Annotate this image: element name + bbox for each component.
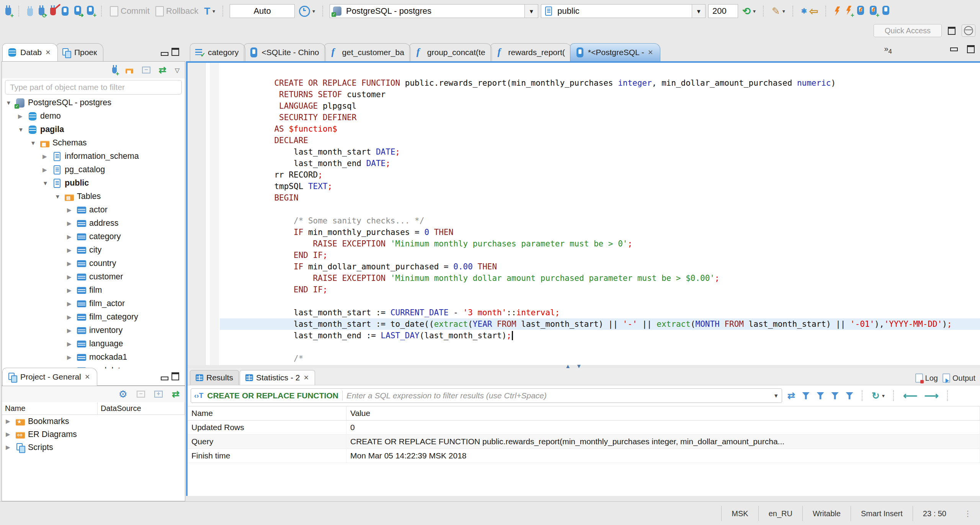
tab-results[interactable]: Results × <box>190 370 239 385</box>
execute-new-tab-button[interactable]: + <box>844 5 853 17</box>
tree-item[interactable]: pagila <box>2 123 185 136</box>
schema-combo[interactable]: public▼ <box>541 4 706 18</box>
project-expand-button[interactable]: + <box>153 390 164 398</box>
project-item[interactable]: ER Diagrams <box>2 428 185 441</box>
filter-placeholder[interactable]: Enter a SQL expression to filter results… <box>346 391 769 400</box>
tree-item[interactable]: inventory <box>2 324 185 337</box>
code-line[interactable]: IF min_dollar_amount_purchased = 0.00 TH… <box>220 249 980 261</box>
output-button[interactable]: Output <box>942 373 975 383</box>
transaction-log-button[interactable]: ▾ <box>297 5 317 18</box>
tree-item[interactable]: city <box>2 243 185 257</box>
cell-value[interactable]: Mon Mar 05 14:22:39 MSK 2018 <box>346 449 980 463</box>
code-line[interactable]: /* Some sanity checks... */ <box>220 204 980 215</box>
tree-expander-icon[interactable] <box>6 444 13 451</box>
connection-dropdown-icon[interactable]: ▼ <box>524 5 538 18</box>
code-line[interactable]: CREATE OR REPLACE FUNCTION public.reward… <box>220 66 980 77</box>
log-button[interactable]: Log <box>915 373 938 383</box>
tree-expander-icon[interactable] <box>18 126 25 133</box>
tree-expander-icon[interactable] <box>42 153 49 160</box>
statusbar-handle-icon[interactable]: ⋮ <box>956 509 980 518</box>
schema-dropdown-icon[interactable]: ▼ <box>692 5 705 18</box>
statusbar-cell[interactable]: 23 : 50 <box>913 506 956 521</box>
code-line[interactable] <box>220 192 980 204</box>
grid-row[interactable]: Query CREATE OR REPLACE FUNCTION public.… <box>188 435 980 449</box>
column-header-datasource[interactable]: DataSource <box>98 402 185 414</box>
tree-item[interactable]: Schemas <box>2 136 185 150</box>
tree-expander-icon[interactable] <box>67 220 74 227</box>
editor-tab[interactable]: <SQLite - Chino × <box>244 43 326 61</box>
tree-item[interactable]: public <box>2 176 185 190</box>
disconnect-button[interactable] <box>49 5 57 18</box>
execute-script-new-button[interactable]: + <box>868 5 878 17</box>
statusbar-cell[interactable]: Smart Insert <box>851 506 913 521</box>
execute-script-button[interactable] <box>856 5 866 17</box>
tree-expander-icon[interactable] <box>42 166 49 173</box>
open-perspective-button[interactable] <box>946 26 957 36</box>
reconnect-button[interactable]: ⟳ <box>37 5 46 18</box>
maximize-project-button[interactable] <box>170 372 181 381</box>
tree-item[interactable]: address <box>2 217 185 230</box>
filter-edit-button[interactable]: + <box>830 391 840 400</box>
tree-expander-icon[interactable] <box>6 418 13 425</box>
editor-tab[interactable]: *<PostgreSQL - × <box>570 43 660 61</box>
link-with-editor-button[interactable]: ⇄ <box>157 64 168 76</box>
tree-item[interactable]: Tables <box>2 190 185 203</box>
transaction-mode-button[interactable]: T▾ <box>203 5 217 18</box>
perspective-button[interactable] <box>962 24 975 37</box>
close-icon[interactable]: × <box>303 374 309 382</box>
maximize-panel-button[interactable] <box>170 47 181 57</box>
tree-item[interactable]: film_actor <box>2 297 185 310</box>
previous-result-button[interactable]: ⟵ <box>902 389 919 403</box>
quick-access-input[interactable]: Quick Access <box>874 24 942 37</box>
undo-button[interactable]: ✱⇦ <box>800 4 820 18</box>
tree-expander-icon[interactable] <box>67 233 74 240</box>
commit-button[interactable]: Commit <box>108 5 151 17</box>
minimize-editor-button[interactable] <box>949 47 959 52</box>
nav-new-folder-button[interactable] <box>124 65 135 75</box>
tree-item[interactable]: language <box>2 337 185 351</box>
grid-row[interactable]: Finish time Mon Mar 05 14:22:39 MSK 2018 <box>188 449 980 463</box>
filter-dropdown-icon[interactable]: ▼ <box>773 393 779 399</box>
edit-button[interactable]: ✎▾ <box>770 5 787 18</box>
tree-expander-icon[interactable] <box>67 300 74 307</box>
tree-item[interactable]: demo <box>2 109 185 123</box>
tree-item[interactable]: customer <box>2 270 185 284</box>
cell-name[interactable]: Updated Rows <box>188 421 346 434</box>
code-line[interactable]: last_month_start DATE; <box>220 135 980 146</box>
tree-expander-icon[interactable] <box>6 99 13 106</box>
code-line[interactable] <box>220 284 980 295</box>
cell-name[interactable]: Query <box>188 435 346 448</box>
editor-tab[interactable]: group_concat(te × <box>409 43 492 61</box>
refresh-result-button[interactable]: ↻▾ <box>870 390 886 402</box>
view-menu-button[interactable]: ▽ <box>173 66 181 75</box>
explain-plan-button[interactable] <box>881 5 891 17</box>
grid-row[interactable]: Updated Rows 0 <box>188 421 980 435</box>
object-filter-input[interactable] <box>9 82 178 92</box>
cell-value[interactable]: 0 <box>346 421 980 434</box>
execute-statement-button[interactable] <box>833 6 841 16</box>
tree-item[interactable]: film <box>2 284 185 297</box>
tree-item[interactable]: mockada1 <box>2 351 185 364</box>
editor-tab[interactable]: rewards_report( × <box>490 43 572 61</box>
statusbar-cell[interactable]: Writable <box>802 506 851 521</box>
statusbar-cell[interactable]: en_RU <box>758 506 802 521</box>
close-icon[interactable]: × <box>84 373 91 381</box>
minimize-project-button[interactable] <box>159 376 170 381</box>
editor-tab[interactable]: category × <box>190 43 245 61</box>
tree-expander-icon[interactable] <box>6 431 13 438</box>
tree-expander-icon[interactable] <box>18 113 25 120</box>
tree-item[interactable]: category <box>2 230 185 243</box>
statusbar-cell[interactable]: MSK <box>721 506 758 521</box>
tree-expander-icon[interactable] <box>55 193 62 200</box>
code-line[interactable]: last_month_start := CURRENT_DATE - '3 mo… <box>220 295 980 307</box>
tree-expander-icon[interactable] <box>30 140 37 146</box>
tree-expander-icon[interactable] <box>67 314 74 321</box>
sql-editor[interactable]: CREATE OR REPLACE FUNCTION public.reward… <box>188 63 980 365</box>
cell-name[interactable]: Finish time <box>188 449 346 463</box>
tree-expander-icon[interactable] <box>67 341 74 347</box>
fetch-size-input[interactable]: 200 <box>708 4 738 18</box>
filter-box[interactable]: ‹›T CREATE OR REPLACE FUNCTION Enter a S… <box>191 388 782 403</box>
close-icon[interactable]: × <box>647 49 654 56</box>
tree-item[interactable]: country <box>2 257 185 270</box>
project-link-button[interactable]: ⇄ <box>170 388 181 400</box>
